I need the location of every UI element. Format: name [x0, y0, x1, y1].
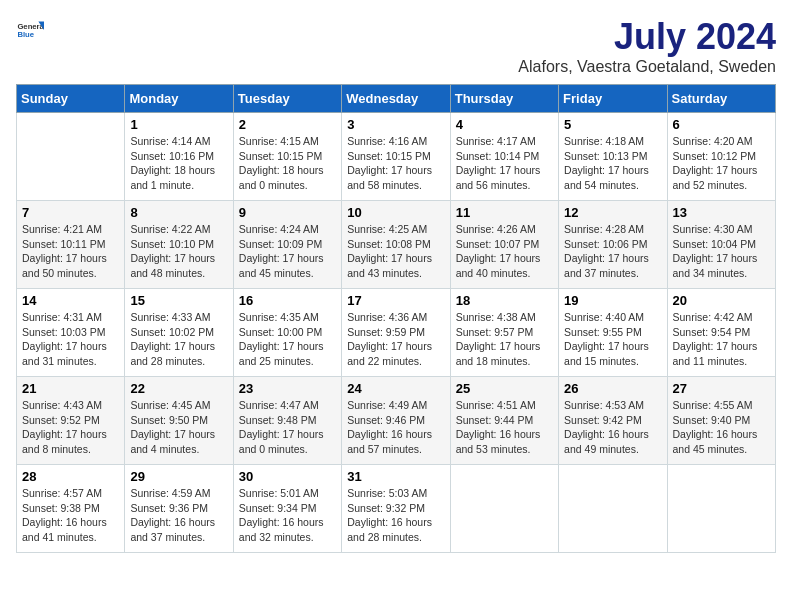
calendar-cell: 10Sunrise: 4:25 AMSunset: 10:08 PMDaylig… [342, 201, 450, 289]
day-number: 28 [22, 469, 119, 484]
calendar-cell [450, 465, 558, 553]
day-info: Sunrise: 4:59 AMSunset: 9:36 PMDaylight:… [130, 486, 227, 545]
day-number: 13 [673, 205, 770, 220]
week-row-3: 14Sunrise: 4:31 AMSunset: 10:03 PMDaylig… [17, 289, 776, 377]
day-info: Sunrise: 4:21 AMSunset: 10:11 PMDaylight… [22, 222, 119, 281]
day-number: 3 [347, 117, 444, 132]
day-number: 9 [239, 205, 336, 220]
calendar-cell: 4Sunrise: 4:17 AMSunset: 10:14 PMDayligh… [450, 113, 558, 201]
day-number: 15 [130, 293, 227, 308]
day-info: Sunrise: 4:16 AMSunset: 10:15 PMDaylight… [347, 134, 444, 193]
calendar-cell: 12Sunrise: 4:28 AMSunset: 10:06 PMDaylig… [559, 201, 667, 289]
day-number: 22 [130, 381, 227, 396]
day-number: 17 [347, 293, 444, 308]
calendar-cell: 19Sunrise: 4:40 AMSunset: 9:55 PMDayligh… [559, 289, 667, 377]
day-info: Sunrise: 4:38 AMSunset: 9:57 PMDaylight:… [456, 310, 553, 369]
day-info: Sunrise: 4:36 AMSunset: 9:59 PMDaylight:… [347, 310, 444, 369]
calendar-cell: 28Sunrise: 4:57 AMSunset: 9:38 PMDayligh… [17, 465, 125, 553]
day-info: Sunrise: 4:18 AMSunset: 10:13 PMDaylight… [564, 134, 661, 193]
day-number: 7 [22, 205, 119, 220]
day-number: 4 [456, 117, 553, 132]
day-info: Sunrise: 4:35 AMSunset: 10:00 PMDaylight… [239, 310, 336, 369]
calendar-cell: 23Sunrise: 4:47 AMSunset: 9:48 PMDayligh… [233, 377, 341, 465]
calendar-cell: 17Sunrise: 4:36 AMSunset: 9:59 PMDayligh… [342, 289, 450, 377]
calendar-cell: 8Sunrise: 4:22 AMSunset: 10:10 PMDayligh… [125, 201, 233, 289]
day-info: Sunrise: 4:31 AMSunset: 10:03 PMDaylight… [22, 310, 119, 369]
header-day-thursday: Thursday [450, 85, 558, 113]
calendar-cell: 22Sunrise: 4:45 AMSunset: 9:50 PMDayligh… [125, 377, 233, 465]
day-number: 25 [456, 381, 553, 396]
calendar-cell: 11Sunrise: 4:26 AMSunset: 10:07 PMDaylig… [450, 201, 558, 289]
calendar-cell: 3Sunrise: 4:16 AMSunset: 10:15 PMDayligh… [342, 113, 450, 201]
calendar-cell: 14Sunrise: 4:31 AMSunset: 10:03 PMDaylig… [17, 289, 125, 377]
header-day-tuesday: Tuesday [233, 85, 341, 113]
day-info: Sunrise: 4:57 AMSunset: 9:38 PMDaylight:… [22, 486, 119, 545]
calendar-cell: 20Sunrise: 4:42 AMSunset: 9:54 PMDayligh… [667, 289, 775, 377]
calendar-table: SundayMondayTuesdayWednesdayThursdayFrid… [16, 84, 776, 553]
day-number: 23 [239, 381, 336, 396]
day-info: Sunrise: 4:28 AMSunset: 10:06 PMDaylight… [564, 222, 661, 281]
day-number: 12 [564, 205, 661, 220]
day-info: Sunrise: 4:49 AMSunset: 9:46 PMDaylight:… [347, 398, 444, 457]
day-info: Sunrise: 4:22 AMSunset: 10:10 PMDaylight… [130, 222, 227, 281]
title-block: July 2024 Alafors, Vaestra Goetaland, Sw… [518, 16, 776, 76]
day-number: 1 [130, 117, 227, 132]
logo: General Blue [16, 16, 44, 44]
day-number: 2 [239, 117, 336, 132]
day-info: Sunrise: 4:25 AMSunset: 10:08 PMDaylight… [347, 222, 444, 281]
header-day-saturday: Saturday [667, 85, 775, 113]
header-day-wednesday: Wednesday [342, 85, 450, 113]
calendar-cell: 27Sunrise: 4:55 AMSunset: 9:40 PMDayligh… [667, 377, 775, 465]
day-info: Sunrise: 4:20 AMSunset: 10:12 PMDaylight… [673, 134, 770, 193]
day-info: Sunrise: 4:30 AMSunset: 10:04 PMDaylight… [673, 222, 770, 281]
day-number: 20 [673, 293, 770, 308]
day-info: Sunrise: 4:24 AMSunset: 10:09 PMDaylight… [239, 222, 336, 281]
day-info: Sunrise: 4:47 AMSunset: 9:48 PMDaylight:… [239, 398, 336, 457]
calendar-cell: 29Sunrise: 4:59 AMSunset: 9:36 PMDayligh… [125, 465, 233, 553]
calendar-cell: 18Sunrise: 4:38 AMSunset: 9:57 PMDayligh… [450, 289, 558, 377]
day-number: 14 [22, 293, 119, 308]
day-number: 24 [347, 381, 444, 396]
day-number: 21 [22, 381, 119, 396]
day-info: Sunrise: 4:33 AMSunset: 10:02 PMDaylight… [130, 310, 227, 369]
calendar-header-row: SundayMondayTuesdayWednesdayThursdayFrid… [17, 85, 776, 113]
day-info: Sunrise: 4:43 AMSunset: 9:52 PMDaylight:… [22, 398, 119, 457]
calendar-cell: 26Sunrise: 4:53 AMSunset: 9:42 PMDayligh… [559, 377, 667, 465]
calendar-cell: 13Sunrise: 4:30 AMSunset: 10:04 PMDaylig… [667, 201, 775, 289]
location-title: Alafors, Vaestra Goetaland, Sweden [518, 58, 776, 76]
calendar-cell: 5Sunrise: 4:18 AMSunset: 10:13 PMDayligh… [559, 113, 667, 201]
calendar-cell [559, 465, 667, 553]
calendar-cell: 9Sunrise: 4:24 AMSunset: 10:09 PMDayligh… [233, 201, 341, 289]
calendar-cell: 7Sunrise: 4:21 AMSunset: 10:11 PMDayligh… [17, 201, 125, 289]
day-number: 18 [456, 293, 553, 308]
day-info: Sunrise: 4:17 AMSunset: 10:14 PMDaylight… [456, 134, 553, 193]
day-number: 10 [347, 205, 444, 220]
day-number: 30 [239, 469, 336, 484]
day-info: Sunrise: 4:40 AMSunset: 9:55 PMDaylight:… [564, 310, 661, 369]
day-number: 31 [347, 469, 444, 484]
day-info: Sunrise: 4:51 AMSunset: 9:44 PMDaylight:… [456, 398, 553, 457]
header-day-monday: Monday [125, 85, 233, 113]
week-row-1: 1Sunrise: 4:14 AMSunset: 10:16 PMDayligh… [17, 113, 776, 201]
day-info: Sunrise: 4:15 AMSunset: 10:15 PMDaylight… [239, 134, 336, 193]
day-number: 11 [456, 205, 553, 220]
day-info: Sunrise: 4:53 AMSunset: 9:42 PMDaylight:… [564, 398, 661, 457]
day-info: Sunrise: 4:14 AMSunset: 10:16 PMDaylight… [130, 134, 227, 193]
day-number: 6 [673, 117, 770, 132]
calendar-cell [17, 113, 125, 201]
day-number: 29 [130, 469, 227, 484]
day-info: Sunrise: 4:55 AMSunset: 9:40 PMDaylight:… [673, 398, 770, 457]
day-number: 16 [239, 293, 336, 308]
month-title: July 2024 [518, 16, 776, 58]
calendar-cell: 16Sunrise: 4:35 AMSunset: 10:00 PMDaylig… [233, 289, 341, 377]
calendar-cell: 15Sunrise: 4:33 AMSunset: 10:02 PMDaylig… [125, 289, 233, 377]
day-number: 19 [564, 293, 661, 308]
day-info: Sunrise: 5:01 AMSunset: 9:34 PMDaylight:… [239, 486, 336, 545]
day-info: Sunrise: 4:45 AMSunset: 9:50 PMDaylight:… [130, 398, 227, 457]
day-info: Sunrise: 4:42 AMSunset: 9:54 PMDaylight:… [673, 310, 770, 369]
week-row-4: 21Sunrise: 4:43 AMSunset: 9:52 PMDayligh… [17, 377, 776, 465]
day-info: Sunrise: 4:26 AMSunset: 10:07 PMDaylight… [456, 222, 553, 281]
week-row-2: 7Sunrise: 4:21 AMSunset: 10:11 PMDayligh… [17, 201, 776, 289]
calendar-cell: 6Sunrise: 4:20 AMSunset: 10:12 PMDayligh… [667, 113, 775, 201]
svg-text:Blue: Blue [17, 30, 34, 39]
